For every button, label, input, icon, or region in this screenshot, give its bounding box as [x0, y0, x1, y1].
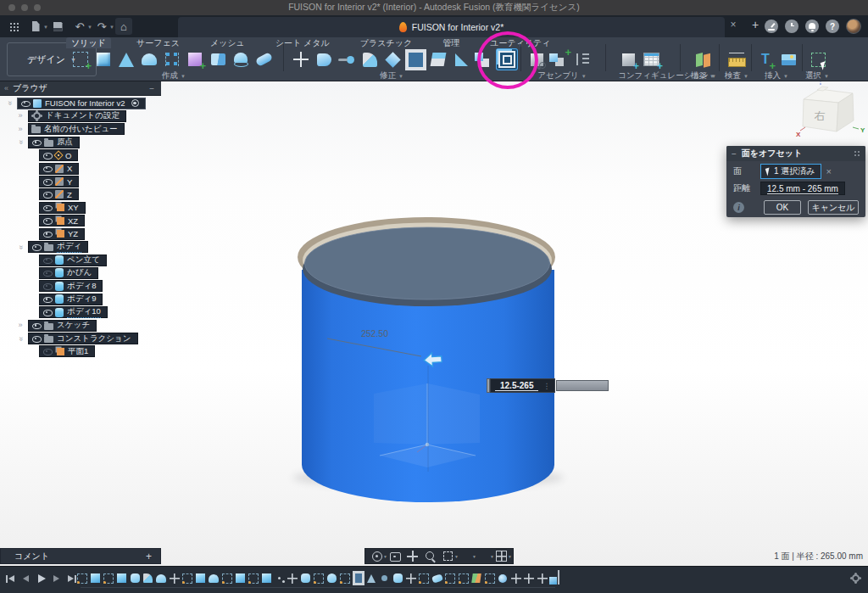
dialog-grip-icon[interactable] — [854, 150, 860, 158]
timeline-feature-sketch-31[interactable] — [484, 572, 496, 585]
ribbon-tab-サーフェス[interactable]: サーフェス — [131, 37, 185, 48]
save-button[interactable] — [49, 18, 66, 35]
as-built-joint-button[interactable] — [571, 48, 593, 70]
box-primitive-button[interactable] — [184, 48, 206, 70]
new-tab-button[interactable]: + — [749, 18, 761, 31]
tree-item-スケッチ[interactable]: スケッチ — [28, 320, 97, 332]
configuration-table-button[interactable] — [640, 48, 662, 70]
tree-item-コンストラクション[interactable]: コンストラクション — [28, 333, 138, 344]
timeline-feature-point-15[interactable] — [274, 572, 286, 585]
visibility-on-icon[interactable] — [42, 295, 52, 303]
timeline-feature-plane-30[interactable] — [470, 572, 482, 585]
help-icon[interactable] — [826, 20, 839, 33]
group-dropdown-選択[interactable]: 選択▼ — [805, 70, 829, 81]
tree-item-ボディ9[interactable]: ボディ9 — [39, 294, 103, 305]
tree-item-YZ[interactable]: YZ — [39, 228, 85, 240]
ok-button[interactable]: OK — [764, 200, 801, 215]
ribbon-tab-メッシュ[interactable]: メッシュ — [205, 37, 250, 48]
timeline-feature-form-19[interactable] — [326, 572, 338, 585]
activate-component-radio[interactable] — [131, 99, 139, 107]
offset-face-button[interactable] — [496, 48, 518, 70]
playback-next-button[interactable] — [51, 573, 62, 585]
timeline-feature-sketch-20[interactable] — [339, 572, 351, 585]
tree-item-ペン立て[interactable]: ペン立て — [39, 255, 107, 266]
construct-plane-button[interactable] — [692, 48, 714, 70]
fillet-button[interactable] — [359, 48, 381, 70]
decal-button[interactable] — [754, 48, 776, 70]
timeline-feature-sketch-11[interactable] — [221, 572, 233, 585]
visibility-on-icon[interactable] — [31, 322, 41, 329]
visibility-off-icon[interactable] — [42, 269, 52, 277]
visibility-off-icon[interactable] — [42, 283, 52, 290]
tree-item-かびん[interactable]: かびん — [39, 267, 98, 279]
visibility-on-icon[interactable] — [42, 230, 52, 238]
timeline-feature-revolve-6[interactable] — [155, 572, 167, 585]
viewcube[interactable]: 右 後 Z X Y — [796, 81, 865, 138]
create-sketch-button[interactable] — [70, 48, 92, 70]
timeline-feature-sketch-18[interactable] — [313, 572, 325, 585]
close-tab-button[interactable]: × — [727, 19, 739, 31]
timeline-feature-sketch-29[interactable] — [458, 572, 470, 585]
expand-node-icon[interactable]: » — [16, 322, 25, 329]
group-dropdown-構築[interactable]: 構築▼ — [691, 70, 715, 81]
playback-first-button[interactable] — [5, 573, 16, 585]
tree-item-ドキュメントの設定[interactable]: ドキュメントの設定 — [28, 110, 126, 122]
timeline-feature-move-7[interactable] — [169, 572, 181, 585]
cone-primitive-button[interactable] — [115, 48, 137, 70]
recent-icon[interactable] — [785, 20, 798, 33]
cancel-button[interactable]: キャンセル — [808, 200, 859, 215]
timeline-feature-fillet-5[interactable] — [142, 572, 154, 585]
visibility-off-icon[interactable] — [42, 256, 52, 264]
timeline-feature-sketch-2[interactable] — [103, 572, 114, 585]
timeline-feature-extrude-9[interactable] — [195, 572, 207, 585]
draft-button[interactable] — [450, 48, 472, 70]
document-tab[interactable]: FUISON for Interior v2* — [178, 17, 725, 37]
visibility-off-icon[interactable] — [42, 348, 52, 355]
zoom-window-button[interactable] — [34, 4, 41, 11]
timeline-feature-sketch-13[interactable] — [248, 572, 259, 585]
split-body-button[interactable] — [427, 48, 449, 70]
tree-item-平面1[interactable]: 平面1 — [39, 345, 95, 357]
tree-item-Z[interactable]: Z — [39, 188, 79, 200]
undo-button[interactable]: ▼ — [71, 18, 88, 35]
tree-item-XY[interactable]: XY — [39, 202, 86, 214]
visibility-on-icon[interactable] — [42, 309, 52, 316]
timeline-feature-revolve-10[interactable] — [208, 572, 220, 585]
timeline-feature-presspull-23[interactable] — [379, 572, 391, 585]
browser-header[interactable]: « ブラウザ − — [0, 81, 161, 96]
timeline-feature-extrude-1[interactable] — [90, 572, 102, 585]
visibility-on-icon[interactable] — [42, 204, 52, 211]
selected-top-face[interactable] — [305, 227, 550, 299]
collapse-node-icon[interactable]: » — [17, 243, 25, 251]
ribbon-tab-ソリッド[interactable]: ソリッド — [66, 37, 111, 48]
visibility-on-icon[interactable] — [31, 243, 41, 251]
group-dropdown-アセンブリ[interactable]: アセンブリ▼ — [537, 70, 587, 81]
collapse-panel-icon[interactable]: « — [0, 84, 13, 92]
file-menu-button[interactable]: ▼ — [27, 18, 44, 35]
timeline-feature-sketch-8[interactable] — [181, 572, 193, 585]
orbit-tool-icon[interactable]: ▼ — [371, 551, 382, 562]
chamfer-button[interactable] — [381, 48, 403, 70]
close-window-button[interactable] — [8, 4, 15, 11]
ribbon-tab-管理[interactable]: 管理 — [437, 37, 465, 48]
timeline-settings-gear-icon[interactable] — [852, 574, 860, 582]
loft-button[interactable] — [138, 48, 160, 70]
visibility-on-icon[interactable] — [20, 99, 30, 107]
tree-item-名前の付いたビュー[interactable]: 名前の付いたビュー — [28, 123, 125, 135]
home-button[interactable] — [115, 18, 132, 35]
timeline-feature-sketch-26[interactable] — [418, 572, 430, 585]
viewport[interactable]: 252.50 右 後 Z X Y « — [0, 81, 868, 566]
lookat-tool-icon[interactable] — [389, 551, 400, 562]
display-settings-tool-icon[interactable]: ▼ — [460, 551, 471, 562]
extrude-button[interactable] — [92, 48, 114, 70]
timeline-feature-combine-24[interactable] — [392, 572, 403, 585]
timeline-feature-sketch-0[interactable] — [76, 572, 88, 585]
collapse-node-icon[interactable]: » — [17, 334, 25, 343]
timeline-feature-combine-17[interactable] — [300, 572, 312, 585]
select-button[interactable] — [807, 48, 829, 70]
profile-icon[interactable] — [846, 19, 861, 34]
timeline-feature-cone-22[interactable] — [365, 572, 377, 585]
ribbon-tab-プラスチック[interactable]: プラスチック — [355, 37, 417, 48]
new-component-button[interactable] — [526, 48, 548, 70]
timeline-feature-combine-4[interactable] — [129, 572, 141, 585]
